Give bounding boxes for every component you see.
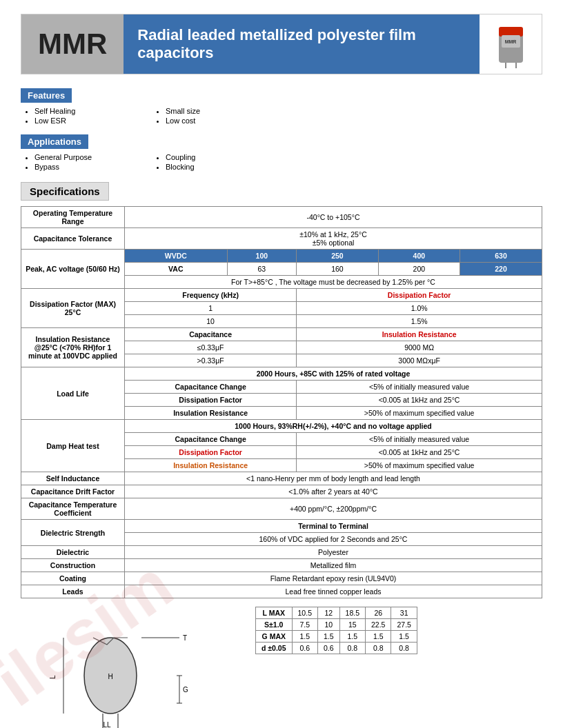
spec-label: Self Inductance <box>21 472 125 485</box>
dim-value: 1.5 <box>317 631 339 643</box>
table-row: Construction Metallized film <box>21 559 542 572</box>
spec-label: Capacitance Tolerance <box>21 228 125 250</box>
dim-header: G MAX <box>256 631 293 643</box>
spec-label: Insulation Resistance@25°C (<70% RH)for … <box>21 328 125 367</box>
spec-value: Dissipation Factor <box>297 289 542 302</box>
model-label: MMR <box>21 14 124 74</box>
spec-value: 160 <box>297 263 378 276</box>
dimensions-section: L S LL H T G d <box>21 607 542 728</box>
dim-header: S±1.0 <box>256 619 293 631</box>
spec-value: Polyester <box>125 546 542 559</box>
spec-banner: 1000 Hours, 93%RH(+/-2%), +40°C and no v… <box>125 420 542 433</box>
spec-label: Operating Temperature Range <box>21 207 125 228</box>
table-row: Capacitance Drift Factor <1.0% after 2 y… <box>21 485 542 498</box>
dim-value: 0.8 <box>391 643 417 654</box>
spec-value: <0.005 at 1kHz and 25°C <box>297 446 542 459</box>
table-row: G MAX 1.5 1.5 1.5 1.5 1.5 <box>256 631 417 643</box>
spec-value: 10 <box>125 315 297 328</box>
table-row: Dielectric Strength Terminal to Terminal <box>21 520 542 533</box>
spec-value: Dissipation Factor <box>125 446 297 459</box>
table-row: d ±0.05 0.6 0.6 0.8 0.8 0.8 <box>256 643 417 654</box>
spec-value: 400 <box>378 250 460 263</box>
spec-value: >50% of maximum specified value <box>297 407 542 420</box>
table-row: Insulation Resistance@25°C (<70% RH)for … <box>21 328 542 341</box>
spec-value: <5% of initially measured value <box>297 433 542 446</box>
table-row: Operating Temperature Range -40°C to +10… <box>21 207 542 228</box>
table-row: Capacitance Temperature Coefficient +400… <box>21 498 542 520</box>
features-col2: Small size Low cost <box>152 107 262 126</box>
list-item: Small size <box>166 107 262 115</box>
list-item: Blocking <box>166 163 262 171</box>
list-item: Bypass <box>34 163 131 171</box>
dim-value: 1.5 <box>366 631 391 643</box>
spec-value: 630 <box>460 250 542 263</box>
dim-value: 0.6 <box>317 643 339 654</box>
specifications-header: Specifications <box>21 182 109 201</box>
spec-value: <5% of initially measured value <box>297 381 542 394</box>
spec-value: 63 <box>227 263 297 276</box>
list-item: Low ESR <box>34 117 131 125</box>
spec-value: 200 <box>378 263 460 276</box>
dim-value: 15 <box>339 619 365 631</box>
table-row: Leads Lead free tinned copper leads <box>21 585 542 598</box>
dim-value: 10.5 <box>292 607 317 619</box>
spec-label: Load Life <box>21 367 125 420</box>
table-row: Self Inductance <1 nano-Henry per mm of … <box>21 472 542 485</box>
spec-label: Dielectric <box>21 546 125 559</box>
spec-banner: 2000 Hours, +85C with 125% of rated volt… <box>125 367 542 381</box>
table-row: Dielectric Polyester <box>21 546 542 559</box>
spec-value: Insulation Resistance <box>297 328 542 341</box>
page-header: MMR Radial leaded metallized polyester f… <box>21 14 542 74</box>
dim-value: 12 <box>317 607 339 619</box>
list-item: General Purpose <box>34 153 131 161</box>
spec-value: <0.005 at 1kHz and 25°C <box>297 394 542 407</box>
spec-value: -40°C to +105°C <box>125 207 542 228</box>
dim-value: 1.5 <box>391 631 417 643</box>
table-row: S±1.0 7.5 10 15 22.5 27.5 <box>256 619 417 631</box>
table-row: Peak, AC voltage (50/60 Hz) WVDC 100 250… <box>21 250 542 263</box>
spec-value: +400 ppm/°C, ±200ppm/°C <box>125 498 542 520</box>
applications-section: Applications General Purpose Bypass Coup… <box>21 132 542 172</box>
spec-value: Terminal to Terminal <box>125 520 542 533</box>
spec-value: >50% of maximum specified value <box>297 459 542 472</box>
features-col1: Self Healing Low ESR <box>21 107 131 126</box>
spec-value: 250 <box>297 250 378 263</box>
spec-value: 1.0% <box>297 302 542 315</box>
table-row: Dissipation Factor (MAX)25°C Frequency (… <box>21 289 542 302</box>
spec-label: Construction <box>21 559 125 572</box>
table-row: Capacitance Tolerance ±10% at 1 kHz, 25°… <box>21 228 542 250</box>
dim-header: d ±0.05 <box>256 643 293 654</box>
spec-value: Lead free tinned copper leads <box>125 585 542 598</box>
spec-value: Capacitance Change <box>125 433 297 446</box>
spec-value: Insulation Resistance <box>125 407 297 420</box>
spec-value: Capacitance <box>125 328 297 341</box>
spec-label: Capacitance Temperature Coefficient <box>21 498 125 520</box>
spec-label: Dielectric Strength <box>21 520 125 546</box>
dim-value: 0.6 <box>292 643 317 654</box>
spec-label: Coating <box>21 572 125 585</box>
dim-value: 26 <box>366 607 391 619</box>
dim-value: 18.5 <box>339 607 365 619</box>
svg-text:LL: LL <box>103 721 111 728</box>
dim-diagram: L S LL H T G d <box>21 607 241 728</box>
list-item: Low cost <box>166 117 262 125</box>
spec-note: For T>+85°C , The voltage must be decrea… <box>125 276 542 289</box>
product-image: MMR <box>480 14 542 74</box>
spec-label: Dissipation Factor (MAX)25°C <box>21 289 125 328</box>
applications-header: Applications <box>21 134 88 149</box>
dimension-svg: L S LL H T G d <box>21 607 235 728</box>
table-row: L MAX 10.5 12 18.5 26 31 <box>256 607 417 619</box>
svg-text:G: G <box>183 686 188 694</box>
dim-header: L MAX <box>256 607 293 619</box>
dim-value: 27.5 <box>391 619 417 631</box>
spec-value: 160% of VDC applied for 2 Seconds and 25… <box>125 533 542 546</box>
product-title: Radial leaded metallized polyester film … <box>124 14 480 74</box>
dim-table: L MAX 10.5 12 18.5 26 31 S±1.0 7.5 10 15… <box>255 607 417 654</box>
spec-value: ±10% at 1 kHz, 25°C±5% optional <box>125 228 542 250</box>
spec-label: Capacitance Drift Factor <box>21 485 125 498</box>
applications-list: General Purpose Bypass Coupling Blocking <box>21 153 542 172</box>
spec-value: >0.33μF <box>125 354 297 367</box>
spec-value: VAC <box>125 263 228 276</box>
spec-label: Damp Heat test <box>21 420 125 472</box>
dim-value: 0.8 <box>366 643 391 654</box>
